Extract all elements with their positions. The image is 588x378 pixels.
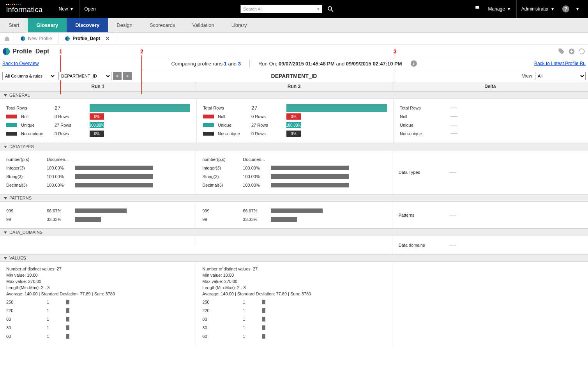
run-header: Run 1 Run 3 Delta [0, 82, 588, 91]
tab-new-profile[interactable]: New Profile [14, 33, 58, 44]
nav-library[interactable]: Library [223, 18, 256, 32]
flag-icon[interactable] [474, 5, 482, 13]
run1-header: Run 1 [0, 82, 196, 91]
new-menu[interactable]: New ▾ [54, 0, 78, 18]
next-column-button[interactable]: > [123, 72, 132, 80]
callout-3: 3 [394, 48, 397, 55]
profile-icon [2, 48, 10, 55]
general-delta: Total Rows Null Unique Non-unique [394, 99, 588, 143]
patterns-run3: 99966.67% 9933.33% [196, 202, 392, 228]
section-datatypes[interactable]: DATATYPES [0, 143, 588, 150]
svg-point-0 [328, 7, 332, 10]
runon-text: Run On: 09/07/2015 01:45:48 PM and 09/09… [258, 61, 402, 67]
nav-design[interactable]: Design [108, 18, 141, 32]
section-values[interactable]: VALUES [0, 254, 588, 262]
profile-icon [65, 36, 70, 41]
view-select[interactable]: All [535, 72, 586, 80]
control-row: All Columns & rules DEPARTMENT_ID < > DE… [0, 70, 588, 82]
general-run1: Total Rows27 Null0 Rows0% Unique27 Rows1… [0, 99, 197, 143]
domains-run1 [0, 236, 196, 246]
callout-1: 1 [59, 48, 62, 55]
manage-menu[interactable]: Manage ▾ [484, 0, 515, 18]
run3-header: Run 3 [196, 82, 392, 91]
home-tab[interactable] [0, 33, 14, 44]
back-latest-link[interactable]: Back to Latest Profile Ru [534, 61, 586, 66]
columns-select[interactable]: All Columns & rules [2, 72, 56, 80]
view-label: View: [522, 73, 533, 79]
callout-2: 2 [140, 48, 143, 55]
nav-scorecards[interactable]: Scorecards [141, 18, 184, 32]
general-run3: Total Rows27 Null0 Rows0% Unique27 Rows1… [197, 99, 394, 143]
domains-run3 [196, 236, 392, 254]
datatypes-run1: number(p,s)Documen... Integer(3)100.00% … [0, 150, 196, 194]
svg-line-1 [331, 10, 333, 12]
column-title: DEPARTMENT_ID [271, 73, 317, 79]
section-patterns[interactable]: PATTERNS [0, 194, 588, 202]
total-bar [90, 104, 190, 112]
more-menu[interactable]: ▾ [573, 6, 582, 12]
values-run1: Number of distinct values: 27 Min value:… [0, 262, 196, 345]
refresh-icon[interactable] [578, 48, 586, 55]
domains-delta: Data domains [392, 236, 588, 254]
info-icon[interactable]: i [411, 60, 417, 67]
prev-column-button[interactable]: < [113, 72, 122, 80]
top-bar: informatica New ▾ Open Search All ▾ Mana… [0, 0, 588, 18]
help-icon[interactable]: ? [562, 5, 569, 12]
nav-start[interactable]: Start [0, 18, 28, 32]
search-icon[interactable] [327, 5, 334, 12]
info-row: Back to Overview Comparing profile runs … [0, 57, 588, 70]
search-input[interactable]: Search All ▾ [240, 5, 322, 13]
page-title: Profile_Dept [12, 48, 49, 55]
values-delta [392, 262, 588, 345]
patterns-run1: 99966.67% 9933.33% [0, 202, 196, 228]
column-select[interactable]: DEPARTMENT_ID [58, 72, 111, 80]
nav-glossary[interactable]: Glossary [28, 18, 67, 32]
close-tab-icon[interactable]: ✕ [106, 36, 109, 41]
back-overview-link[interactable]: Back to Overview [2, 61, 39, 66]
nav-bar: Start Glossary Discovery Design Scorecar… [0, 18, 588, 33]
delta-header: Delta [392, 82, 588, 91]
tab-profile-dept[interactable]: Profile_Dept ✕ [58, 33, 116, 44]
page-header: Profile_Dept 1 2 3 [0, 44, 588, 57]
datatypes-delta: Data Types [392, 150, 588, 194]
open-button[interactable]: Open [79, 0, 100, 18]
add-tag-icon[interactable] [568, 48, 576, 55]
dropdown-icon[interactable]: ▾ [317, 7, 320, 12]
logo: informatica [6, 4, 43, 14]
tag-icon[interactable] [558, 48, 565, 55]
section-general[interactable]: GENERAL [0, 91, 588, 99]
admin-menu[interactable]: Administrator ▾ [516, 0, 558, 18]
nav-validation[interactable]: Validation [184, 18, 223, 32]
home-icon [4, 35, 10, 42]
datatypes-run3: number(p,s)Documen... Integer(3)100.00% … [196, 150, 392, 194]
nav-discovery[interactable]: Discovery [67, 18, 108, 32]
compare-text: Comparing profile runs 1 and 3 [171, 61, 241, 67]
profile-icon [20, 36, 26, 41]
values-run3: Number of distinct values: 27 Min value:… [196, 262, 392, 345]
section-domains[interactable]: DATA_DOMAINS [0, 228, 588, 236]
patterns-delta: Patterns [392, 202, 588, 228]
tab-bar: New Profile Profile_Dept ✕ [0, 33, 588, 44]
total-bar [286, 104, 387, 112]
